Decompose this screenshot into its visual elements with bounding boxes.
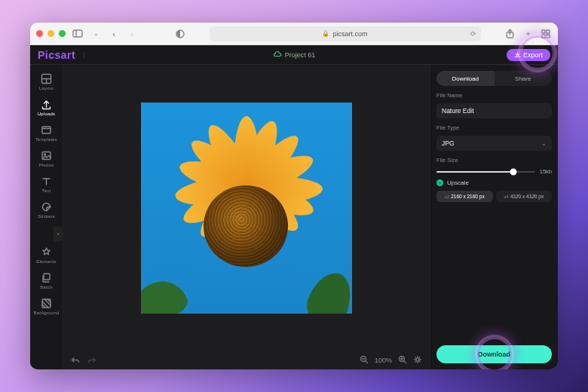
- svg-rect-5: [547, 30, 550, 33]
- picsart-logo[interactable]: Picsart: [38, 49, 75, 61]
- svg-rect-0: [73, 30, 82, 37]
- project-title[interactable]: Project 61: [273, 51, 316, 59]
- dimension-chips: x22160 x 2160 px x44320 x 4320 px: [436, 191, 552, 202]
- file-size-slider[interactable]: [436, 171, 535, 173]
- chip-text-2x: 2160 x 2160 px: [451, 194, 484, 199]
- rail-label-templates: Templates: [35, 137, 57, 142]
- rail-label-elements: Elements: [36, 259, 57, 264]
- file-size-label: File Size: [436, 157, 552, 164]
- tab-download[interactable]: Download: [436, 71, 495, 86]
- rail-expand-toggle[interactable]: ›: [54, 226, 63, 241]
- rail-label-layout: Layout: [39, 86, 54, 90]
- app-body: Layout Uploads Templates Photos: [30, 65, 558, 369]
- batch-icon: [41, 271, 53, 283]
- rail-item-background[interactable]: Background: [32, 294, 61, 318]
- share-icon[interactable]: [504, 28, 516, 40]
- canvas-area: 100%: [63, 65, 430, 369]
- zoom-out-button[interactable]: [360, 355, 369, 366]
- address-bar[interactable]: 🔒 picsart.com ⟳: [210, 26, 481, 41]
- export-panel: Download Share File Name Nature Edit Fil…: [430, 65, 558, 369]
- project-name-text: Project 61: [285, 51, 316, 59]
- svg-rect-15: [44, 274, 50, 280]
- svg-point-24: [416, 358, 419, 361]
- file-type-value: JPG: [442, 139, 455, 147]
- text-icon: [41, 175, 53, 187]
- file-type-select[interactable]: JPG ⌄: [436, 136, 552, 151]
- minimize-window-button[interactable]: [47, 30, 54, 37]
- dimension-chip-4x[interactable]: x44320 x 4320 px: [496, 191, 553, 202]
- tab-download-label: Download: [452, 75, 479, 82]
- rail-label-uploads: Uploads: [38, 112, 55, 116]
- sidebar-toggle-icon[interactable]: [72, 28, 84, 40]
- safari-toolbar: ⌄ ‹ › 🔒 picsart.com ⟳ ＋: [30, 23, 558, 45]
- tab-dropdown-icon[interactable]: ⌄: [90, 28, 102, 40]
- artboard-image[interactable]: [141, 103, 352, 314]
- rail-item-layout[interactable]: Layout: [32, 69, 61, 93]
- undo-button[interactable]: [71, 356, 81, 366]
- new-tab-icon[interactable]: ＋: [522, 28, 534, 40]
- export-button[interactable]: Export: [507, 49, 550, 61]
- chevron-down-icon: ⌄: [541, 140, 547, 147]
- chip-mult-2x: x2: [445, 194, 449, 199]
- close-window-button[interactable]: [36, 30, 43, 37]
- file-type-label: File Type: [436, 124, 552, 131]
- layout-icon: [41, 72, 53, 84]
- rail-item-uploads[interactable]: Uploads: [32, 95, 61, 119]
- canvas-footer: 100%: [63, 351, 430, 369]
- rail-item-photos[interactable]: Photos: [32, 146, 61, 170]
- file-name-value: Nature Edit: [442, 107, 474, 115]
- elements-icon: [41, 246, 53, 258]
- canvas-viewport[interactable]: [63, 65, 430, 351]
- rail-label-photos: Photos: [39, 163, 54, 167]
- reader-privacy-icon[interactable]: [174, 28, 186, 40]
- tab-share-label: Share: [515, 75, 531, 82]
- file-size-value: 15kb: [540, 168, 552, 175]
- nav-forward-icon[interactable]: ›: [126, 28, 138, 40]
- upscale-row[interactable]: ✦ Upscale: [436, 179, 552, 186]
- rail-item-templates[interactable]: Templates: [32, 121, 61, 145]
- svg-line-23: [404, 361, 406, 363]
- svg-rect-6: [542, 35, 545, 38]
- download-button[interactable]: Download: [436, 345, 552, 363]
- nav-back-icon[interactable]: ‹: [108, 28, 120, 40]
- fullscreen-window-button[interactable]: [59, 30, 66, 37]
- file-name-label: File Name: [436, 92, 552, 99]
- rail-item-elements[interactable]: Elements: [32, 243, 61, 267]
- tab-share[interactable]: Share: [495, 71, 553, 86]
- app-header: Picsart | Project 61 Export: [30, 45, 558, 65]
- canvas-settings-button[interactable]: [413, 355, 422, 366]
- picsart-app: Picsart | Project 61 Export: [30, 45, 558, 369]
- file-name-input[interactable]: Nature Edit: [436, 103, 552, 118]
- export-tabs: Download Share: [436, 71, 552, 86]
- upscale-status-icon: ✦: [436, 179, 443, 186]
- rail-label-text: Text: [42, 188, 51, 193]
- svg-rect-7: [547, 35, 550, 38]
- photos-icon: [41, 149, 53, 161]
- rail-item-batch[interactable]: Batch: [32, 268, 61, 292]
- background-icon: [41, 297, 53, 309]
- export-button-label: Export: [523, 51, 543, 59]
- left-tool-rail: Layout Uploads Templates Photos: [30, 65, 63, 369]
- templates-icon: [41, 124, 53, 136]
- chip-text-4x: 4320 x 4320 px: [510, 194, 544, 199]
- tab-overview-icon[interactable]: [540, 28, 552, 40]
- rail-label-stickers: Stickers: [38, 214, 55, 219]
- zoom-level-text[interactable]: 100%: [375, 357, 392, 364]
- rail-label-background: Background: [33, 311, 59, 315]
- rail-item-stickers[interactable]: Stickers: [32, 198, 61, 222]
- svg-line-19: [366, 361, 368, 363]
- upload-icon: [41, 98, 53, 110]
- zoom-in-button[interactable]: [398, 355, 407, 366]
- rail-item-text[interactable]: Text: [32, 172, 61, 196]
- desktop-background: ⌄ ‹ › 🔒 picsart.com ⟳ ＋: [0, 0, 588, 392]
- upscale-label: Upscale: [447, 179, 469, 186]
- cloud-saved-icon: [273, 51, 282, 59]
- svg-rect-4: [542, 30, 545, 33]
- stickers-icon: [41, 201, 53, 213]
- dimension-chip-2x[interactable]: x22160 x 2160 px: [436, 191, 493, 202]
- refresh-icon[interactable]: ⟳: [470, 30, 476, 38]
- svg-point-14: [44, 154, 46, 155]
- redo-button[interactable]: [87, 356, 96, 366]
- rail-label-batch: Batch: [40, 285, 52, 289]
- chip-mult-4x: x4: [504, 194, 508, 199]
